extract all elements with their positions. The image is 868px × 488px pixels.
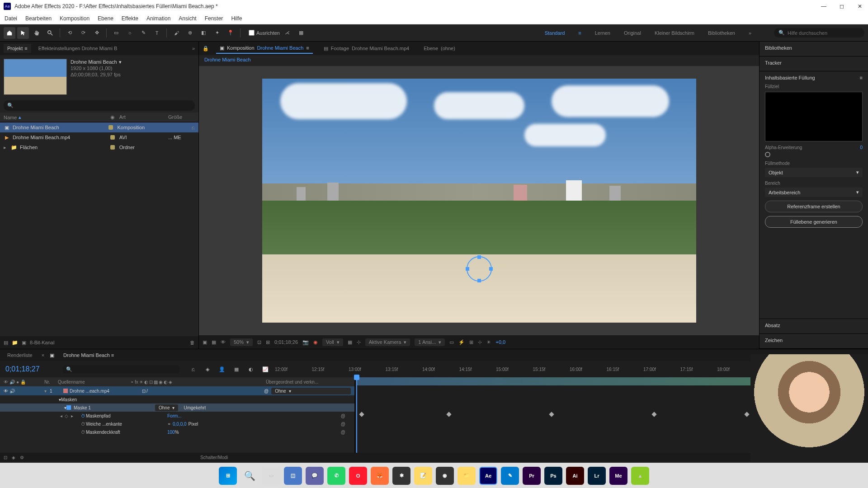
brush-tool[interactable]: 🖌 <box>170 27 182 39</box>
taskbar-app-other[interactable]: ▲ <box>631 467 649 485</box>
ellipse-tool[interactable]: ○ <box>124 27 136 39</box>
fx-col-icon[interactable]: ⊡ <box>149 380 153 385</box>
parent-dropdown[interactable]: Ohne ▾ <box>271 388 351 394</box>
project-row-folder[interactable]: ▸📁Flächen Ordner <box>0 142 198 152</box>
lock-icon[interactable]: 🔒 <box>203 46 209 52</box>
roi-icon[interactable]: ⊞ <box>266 339 270 345</box>
expression-pickwhip-icon[interactable]: @ <box>341 422 345 427</box>
flowchart-icon[interactable]: ⊹ <box>478 339 482 345</box>
col-header-label[interactable]: ◉ <box>110 114 119 120</box>
tab-layer[interactable]: Ebene (ohne) <box>420 44 459 53</box>
twirl-layer[interactable]: ▾ <box>44 389 50 394</box>
orbit-tool[interactable]: ⟲ <box>64 27 75 39</box>
menu-bearbeiten[interactable]: Bearbeiten <box>25 15 52 22</box>
workspace-original[interactable]: Original <box>624 30 641 36</box>
toggle-modes-icon[interactable]: ◈ <box>12 455 15 460</box>
taskbar-firefox[interactable]: 🦊 <box>371 467 389 485</box>
mask-opacity-value[interactable]: 100 <box>167 430 175 435</box>
switch-modes-toggle[interactable]: Schalter/Modi <box>200 455 228 460</box>
mask-color-swatch[interactable] <box>66 405 71 410</box>
always-preview-icon[interactable]: ▣ <box>203 339 207 345</box>
panel-overflow-icon[interactable]: » <box>192 46 195 51</box>
color-label[interactable] <box>110 145 115 150</box>
tab-composition[interactable]: ▣ Komposition Drohne Miami Beach ≡ <box>216 43 313 54</box>
frame-blend-col-icon[interactable]: ▦ <box>154 380 158 385</box>
toggle-switches-icon[interactable]: ⊡ <box>4 455 7 460</box>
col-parent[interactable]: Übergeordnet und verkn... <box>203 380 351 385</box>
workspace-bibliotheken[interactable]: Bibliotheken <box>708 30 735 36</box>
taskbar-opera[interactable]: O <box>349 467 367 485</box>
audio-switch-icon[interactable]: 🔊 <box>9 380 15 385</box>
pan-behind-tool[interactable]: ✥ <box>91 27 103 39</box>
help-search[interactable]: 🔍 <box>774 28 864 38</box>
tab-footage[interactable]: ▤ Footage Drohne Miami Beach.mp4 <box>320 44 413 53</box>
snap-options-icon[interactable]: ⋌ <box>282 27 293 39</box>
mask-vertex-right[interactable] <box>489 267 493 271</box>
menu-effekte[interactable]: Effekte <box>122 15 138 22</box>
help-search-input[interactable] <box>788 30 860 36</box>
col-header-type[interactable]: Art <box>119 114 168 120</box>
collapse-col-icon[interactable]: ☀ <box>139 380 143 385</box>
expression-pickwhip-icon[interactable]: @ <box>341 413 345 418</box>
viewer-canvas[interactable] <box>199 66 759 335</box>
toggle-brain-icon[interactable]: ⚙ <box>20 455 24 460</box>
resolution-dropdown[interactable]: Voll ▾ <box>322 338 343 346</box>
mask-visibility-icon[interactable]: 👁 <box>221 339 226 345</box>
viewer-timecode[interactable]: 0;01;18;26 <box>274 339 298 345</box>
shy-col-icon[interactable]: ⚬ <box>130 380 134 385</box>
snap-checkbox[interactable]: Ausrichten <box>249 30 280 36</box>
keyframe[interactable] <box>744 412 749 417</box>
timeline-search-input[interactable] <box>72 366 176 373</box>
taskbar-media-encoder[interactable]: Me <box>609 467 627 485</box>
alpha-value[interactable]: 0 <box>860 145 863 150</box>
menu-datei[interactable]: Datei <box>5 15 17 22</box>
color-label[interactable] <box>110 135 115 140</box>
new-comp-icon[interactable]: ▣ <box>22 340 26 346</box>
stopwatch-icon[interactable]: ⏱ <box>80 421 86 427</box>
snapshot-icon[interactable]: 📷 <box>302 339 309 345</box>
trash-icon[interactable]: 🗑 <box>190 340 195 345</box>
menu-ansicht[interactable]: Ansicht <box>179 15 196 22</box>
motion-blur-icon[interactable]: ◐ <box>245 363 257 375</box>
timeline-search[interactable]: 🔍 <box>62 365 180 374</box>
workspace-lernen[interactable]: Lernen <box>595 30 610 36</box>
mask-vertex-bottom[interactable] <box>477 279 481 282</box>
add-keyframe-icon[interactable]: ◇ <box>64 413 69 418</box>
audio-on-icon[interactable]: 🔊 <box>9 389 15 394</box>
bit-depth[interactable]: 8-Bit-Kanal <box>30 340 54 345</box>
video-eye-icon[interactable]: 👁 <box>4 389 8 394</box>
dropdown-arrow-icon[interactable]: ▾ <box>119 59 122 65</box>
alpha-slider[interactable] <box>765 152 770 157</box>
lock-switch-icon[interactable]: 🔒 <box>20 380 26 385</box>
taskbar-app[interactable]: ✱ <box>392 467 410 485</box>
camera-dropdown[interactable]: Aktive Kamera ▾ <box>365 338 410 346</box>
taskbar-explorer[interactable]: 📁 <box>458 467 476 485</box>
interpret-icon[interactable]: ▤ <box>4 340 8 346</box>
mask-path-row[interactable]: ◂ ◇ ▸ ⏱ Maskenpfad Form... @ <box>0 412 354 420</box>
reference-frame-button[interactable]: Referenzframe erstellen <box>765 201 863 212</box>
taskbar-taskview[interactable]: ▭ <box>262 467 280 485</box>
prev-keyframe-icon[interactable]: ◂ <box>59 413 63 418</box>
layer-switch[interactable]: / <box>146 389 148 394</box>
shy-icon[interactable]: 👤 <box>216 363 228 375</box>
rect-tool[interactable]: ▭ <box>110 27 122 39</box>
taskbar-start[interactable]: ⊞ <box>219 467 237 485</box>
comp-mini-flowchart-icon[interactable]: ⎌ <box>187 363 199 375</box>
layer-color-swatch[interactable] <box>63 389 68 393</box>
mask-row[interactable]: ▾ Maske 1 Ohne ▾ Umgekehrt <box>0 404 354 412</box>
transparency-icon[interactable]: ▦ <box>212 339 216 345</box>
stopwatch-icon[interactable]: ⏱ <box>80 413 86 418</box>
menu-hilfe[interactable]: Hilfe <box>231 15 242 22</box>
puppet-tool[interactable]: 📍 <box>225 27 236 39</box>
taskbar-photoshop[interactable]: Ps <box>544 467 562 485</box>
project-thumbnail[interactable] <box>4 59 67 95</box>
playhead[interactable] <box>356 377 357 453</box>
comp-breadcrumb[interactable]: Drohne Miami Beach <box>199 55 759 66</box>
new-folder-icon[interactable]: 📁 <box>12 340 18 346</box>
panel-menu-icon[interactable]: ≡ <box>860 75 863 80</box>
zoom-tool[interactable] <box>44 27 56 39</box>
tab-project[interactable]: Projekt ≡ <box>4 44 31 53</box>
section-tracker[interactable]: Tracker <box>760 56 868 71</box>
fx-col-icon[interactable]: fx <box>135 380 138 385</box>
workspace-kleiner[interactable]: Kleiner Bildschirm <box>655 30 694 36</box>
